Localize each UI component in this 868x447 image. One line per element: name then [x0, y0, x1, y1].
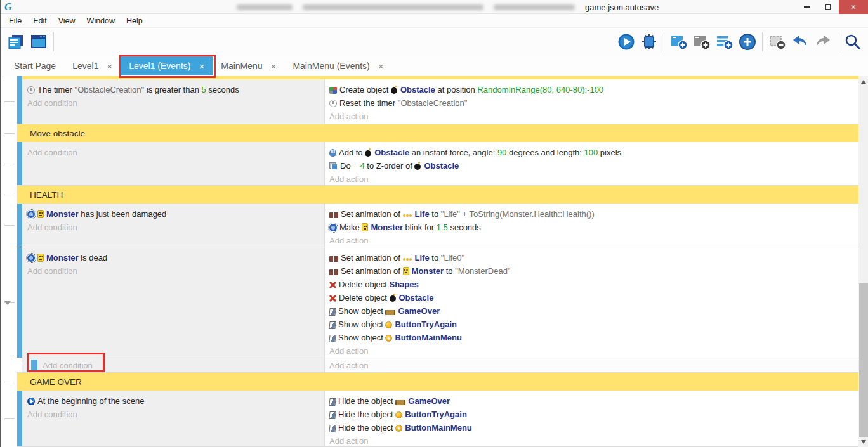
event-handle[interactable]	[17, 204, 22, 247]
play-button[interactable]	[615, 30, 638, 53]
close-button[interactable]: ×	[839, 0, 868, 14]
timer-icon	[329, 100, 337, 107]
group-header[interactable]: GAME OVER	[17, 373, 858, 391]
event-row[interactable]: Monster is deadAdd conditionSet animatio…	[17, 247, 858, 358]
tab-close-icon[interactable]: ×	[107, 61, 112, 72]
add-comment-button[interactable]	[713, 30, 736, 53]
condition-line: The timer "ObstacleCreation" is greater …	[27, 83, 319, 96]
behavior-gear-icon	[27, 211, 35, 218]
search-button[interactable]	[841, 30, 864, 53]
add-action-button[interactable]: Add action	[329, 234, 853, 247]
add-action-button[interactable]: Add action	[329, 434, 853, 447]
action-line: Show object ButtonMainMenu	[329, 331, 853, 344]
event-rows: The timer "ObstacleCreation" is greater …	[17, 76, 858, 447]
text-token: Show object	[338, 320, 385, 329]
add-condition-button[interactable]: Add condition	[27, 264, 319, 278]
text-token: 5	[202, 85, 206, 94]
text-token: Do =	[340, 161, 360, 171]
event-handle[interactable]	[17, 79, 22, 124]
subevent-conditions-cell: Add condition	[22, 358, 325, 372]
add-something-button[interactable]	[736, 30, 759, 53]
add-condition-button[interactable]: Add condition	[27, 146, 319, 159]
event-handle[interactable]	[17, 247, 22, 358]
minimize-icon	[804, 6, 810, 8]
title-bar: G game.json.autosave ×	[1, 0, 868, 14]
scene-begin-icon	[27, 398, 35, 405]
action-line: Do = 4 to Z-order of Obstacle	[329, 159, 853, 172]
add-action-button[interactable]: Add action	[329, 110, 853, 123]
add-condition-button[interactable]: Add condition	[27, 221, 319, 234]
text-token: has just been damaged	[79, 209, 167, 219]
text-token: Hide the object	[338, 423, 395, 432]
close-icon: ×	[851, 0, 857, 14]
scroll-down-icon[interactable]	[861, 440, 866, 444]
button-home-icon	[395, 425, 402, 432]
menu-item-help[interactable]: Help	[121, 14, 148, 28]
restore-button[interactable]	[817, 0, 839, 14]
group-header[interactable]: HEALTH	[17, 186, 858, 204]
add-subevent-button[interactable]	[690, 30, 713, 53]
start-page-button[interactable]	[27, 30, 50, 53]
button-circle-icon	[395, 411, 402, 418]
minimize-button[interactable]	[796, 0, 817, 14]
event-row[interactable]: At the beginning of the sceneAdd conditi…	[17, 391, 858, 447]
actions-cell: Add to Obstacle an instant force, angle:…	[325, 142, 858, 185]
remove-event-button[interactable]	[766, 30, 789, 53]
actions-cell: Set animation of Life to "Life0"Set anim…	[325, 247, 858, 358]
tab-start-page[interactable]: Start Page	[6, 56, 64, 75]
action-line: Delete object Shapes	[329, 278, 853, 291]
menu-item-window[interactable]: Window	[81, 14, 121, 28]
text-token: Set animation of	[341, 209, 403, 219]
debug-button[interactable]	[638, 30, 661, 53]
add-action-button[interactable]: Add action	[329, 172, 853, 186]
tab-close-icon[interactable]: ×	[271, 61, 277, 72]
event-row[interactable]: Add conditionAdd to Obstacle an instant …	[17, 142, 858, 186]
object-name: ButtonTryAgain	[405, 410, 467, 419]
event-row[interactable]: The timer "ObstacleCreation" is greater …	[17, 79, 858, 124]
subevent-handle[interactable]	[31, 360, 37, 371]
action-line: Make Monster blink for 1.5 seconds	[329, 221, 853, 234]
add-comment-icon	[716, 33, 733, 51]
bomb-icon	[414, 162, 421, 170]
animation-icon	[329, 212, 338, 218]
text-token: Make	[339, 223, 362, 232]
monster-icon	[37, 210, 44, 218]
event-handle[interactable]	[17, 142, 22, 185]
tab-mainmenu[interactable]: MainMenu×	[213, 56, 284, 75]
event-handle[interactable]	[17, 391, 22, 446]
undo-button[interactable]	[789, 30, 812, 53]
text-token: an instant force, angle:	[409, 148, 497, 157]
add-condition-button[interactable]: Add condition	[27, 408, 319, 421]
vertical-scrollbar[interactable]	[858, 76, 868, 447]
tab-level1-events[interactable]: Level1 (Events)×	[121, 56, 213, 75]
add-action-button[interactable]: Add action	[329, 344, 853, 358]
text-token: Reset the timer	[339, 98, 398, 108]
add-condition-button[interactable]: Add condition	[43, 359, 93, 372]
expander-arrow-icon[interactable]	[4, 301, 11, 305]
tab-close-icon[interactable]: ×	[378, 61, 384, 72]
menu-item-view[interactable]: View	[53, 14, 81, 28]
tab-close-icon[interactable]: ×	[199, 61, 204, 72]
subevent-row[interactable]: Add conditionAdd action	[17, 358, 858, 373]
scrollbar-thumb[interactable]	[859, 283, 868, 437]
toolbar-separator	[762, 32, 763, 51]
scroll-up-icon[interactable]	[861, 80, 866, 84]
tab-mainmenu-events[interactable]: MainMenu (Events)×	[284, 56, 391, 75]
tab-level1[interactable]: Level1×	[64, 56, 121, 75]
event-row[interactable]: Monster has just been damagedAdd conditi…	[17, 204, 858, 247]
condition-line: Monster is dead	[27, 251, 319, 264]
menu-item-file[interactable]: File	[3, 14, 27, 28]
project-manager-button[interactable]	[4, 30, 27, 53]
action-line: Show object GameOver	[329, 304, 853, 318]
condition-line: Monster has just been damaged	[27, 207, 319, 221]
gameover-icon	[395, 400, 405, 405]
add-condition-button[interactable]: Add condition	[27, 96, 319, 110]
group-header[interactable]: Move obstacle	[17, 124, 858, 142]
add-action-button[interactable]: Add action	[329, 359, 368, 372]
subevent-actions-cell: Add action	[325, 358, 858, 372]
text-token: is dead	[79, 253, 108, 262]
condition-line: At the beginning of the scene	[27, 394, 319, 408]
redo-button[interactable]	[812, 30, 834, 53]
add-event-button[interactable]	[667, 30, 690, 53]
menu-item-edit[interactable]: Edit	[27, 14, 53, 28]
